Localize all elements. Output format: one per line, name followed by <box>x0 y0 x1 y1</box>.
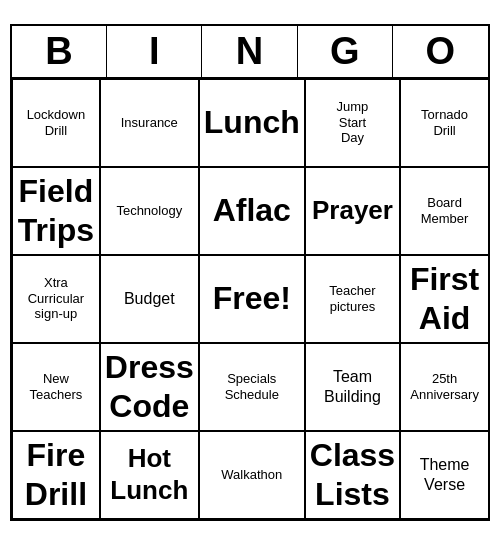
bingo-cell: Jump Start Day <box>305 79 400 167</box>
bingo-cell: Hot Lunch <box>100 431 199 519</box>
bingo-header-letter: B <box>12 26 107 77</box>
bingo-header-letter: G <box>298 26 393 77</box>
bingo-cell: Aflac <box>199 167 305 255</box>
bingo-header-letter: O <box>393 26 488 77</box>
bingo-cell: Fire Drill <box>12 431 100 519</box>
bingo-cell: Walkathon <box>199 431 305 519</box>
bingo-cell: Team Building <box>305 343 400 431</box>
bingo-cell: Technology <box>100 167 199 255</box>
bingo-cell: Class Lists <box>305 431 400 519</box>
bingo-cell: New Teachers <box>12 343 100 431</box>
bingo-cell: 25th Anniversary <box>400 343 488 431</box>
bingo-cell: Tornado Drill <box>400 79 488 167</box>
bingo-cell: Dress Code <box>100 343 199 431</box>
bingo-header-letter: I <box>107 26 202 77</box>
bingo-cell: Lockdown Drill <box>12 79 100 167</box>
bingo-cell: Xtra Curricular sign-up <box>12 255 100 343</box>
bingo-cell: Prayer <box>305 167 400 255</box>
bingo-header: BINGO <box>12 26 488 79</box>
bingo-cell: Free! <box>199 255 305 343</box>
bingo-grid: Lockdown DrillInsuranceLunchJump Start D… <box>12 79 488 519</box>
bingo-cell: Field Trips <box>12 167 100 255</box>
bingo-cell: Lunch <box>199 79 305 167</box>
bingo-cell: Board Member <box>400 167 488 255</box>
bingo-cell: Specials Schedule <box>199 343 305 431</box>
bingo-cell: Theme Verse <box>400 431 488 519</box>
bingo-cell: Budget <box>100 255 199 343</box>
bingo-cell: Teacher pictures <box>305 255 400 343</box>
bingo-cell: Insurance <box>100 79 199 167</box>
bingo-header-letter: N <box>202 26 297 77</box>
bingo-cell: First Aid <box>400 255 488 343</box>
bingo-card: BINGO Lockdown DrillInsuranceLunchJump S… <box>10 24 490 521</box>
